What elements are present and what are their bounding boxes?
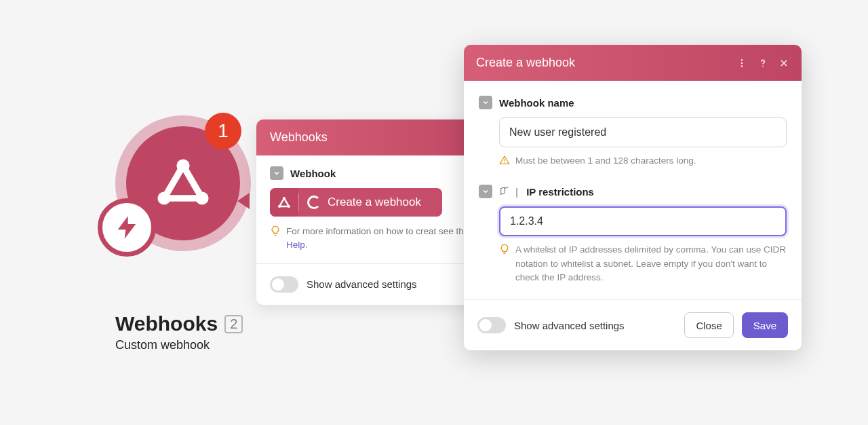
webhook-chip-icon	[270, 188, 298, 217]
svg-point-13	[504, 162, 505, 163]
hint-prefix: For more information on how to creat see…	[286, 226, 471, 236]
webhook-icon	[151, 149, 216, 217]
node-error-badge[interactable]: 1	[205, 113, 241, 149]
node-title: Webhooks	[115, 312, 218, 335]
ip-restrictions-input[interactable]	[499, 206, 787, 236]
loading-spinner-icon	[307, 196, 321, 209]
advanced-settings-label: Show advanced settings	[514, 320, 625, 331]
svg-point-7	[741, 62, 743, 64]
node-subtitle: Custom webhook	[115, 338, 243, 352]
svg-point-9	[762, 65, 764, 67]
create-webhook-chip[interactable]: Create a webhook	[270, 188, 442, 217]
ip-restrictions-label: IP restrictions	[526, 186, 594, 198]
lightbulb-icon	[270, 225, 281, 240]
webhook-name-input[interactable]	[499, 117, 787, 147]
modal-title: Create a webhook	[476, 56, 575, 70]
chip-divider	[298, 193, 299, 211]
create-webhook-modal: Create a webhook Webhook name	[464, 45, 802, 350]
map-toggle-icon[interactable]	[499, 185, 510, 198]
warning-icon	[499, 155, 510, 170]
advanced-settings-toggle[interactable]	[270, 276, 298, 293]
label-divider: |	[515, 186, 518, 198]
webhook-node[interactable]: 1	[115, 115, 251, 251]
svg-point-6	[741, 59, 743, 61]
help-icon[interactable]	[757, 57, 769, 69]
ip-restrictions-hint: A whitelist of IP addresses delimited by…	[515, 243, 787, 284]
instant-trigger-badge	[98, 198, 156, 257]
advanced-settings-toggle[interactable]	[477, 317, 506, 333]
more-options-icon[interactable]	[736, 58, 747, 69]
create-webhook-label: Create a webhook	[328, 196, 421, 209]
close-button[interactable]: Close	[684, 312, 733, 338]
node-caption: Webhooks 2 Custom webhook	[115, 312, 243, 352]
webhook-field-label: Webhook	[290, 168, 336, 179]
badge-count: 1	[218, 120, 229, 142]
close-icon[interactable]	[778, 58, 789, 69]
lightbulb-icon	[499, 244, 510, 259]
webhook-name-group: Webhook name Must be between 1 and 128 c…	[479, 96, 787, 170]
collapse-toggle-icon[interactable]	[270, 166, 283, 180]
collapse-toggle-icon[interactable]	[479, 96, 492, 109]
webhook-name-label: Webhook name	[499, 97, 574, 109]
node-halo: 1	[115, 115, 251, 251]
save-button[interactable]: Save	[742, 312, 788, 338]
panel1-title: Webhooks	[270, 130, 328, 144]
node-module-index: 2	[224, 315, 243, 333]
ip-restrictions-group: | IP restrictions A whitelist of IP addr…	[479, 185, 787, 284]
advanced-settings-label: Show advanced settings	[307, 278, 417, 290]
hint-suffix: .	[305, 240, 308, 250]
node-connector-arrow	[237, 193, 250, 209]
webhook-name-hint: Must be between 1 and 128 characters lon…	[515, 154, 696, 168]
svg-point-8	[741, 65, 743, 67]
collapse-toggle-icon[interactable]	[479, 185, 492, 198]
